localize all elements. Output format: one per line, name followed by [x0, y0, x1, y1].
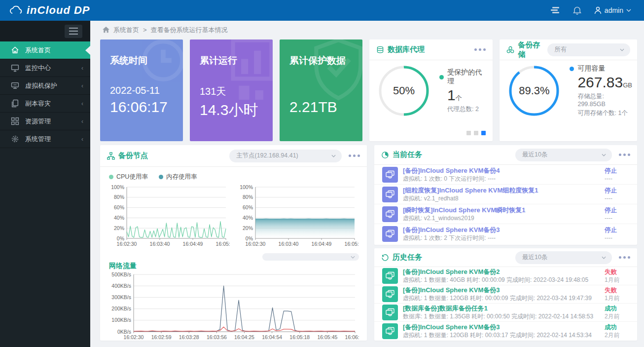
- menu-toggle-icon[interactable]: [65, 25, 82, 38]
- history-tasks-filter[interactable]: 最近10条: [515, 251, 612, 264]
- db-agent-legend: 受保护的代理: [447, 68, 488, 86]
- vm-task-icon: [382, 167, 398, 183]
- sidebar-item-system-mgmt[interactable]: 系统管理 ‹: [0, 130, 90, 148]
- sidebar-item-vm-protect[interactable]: 虚拟机保护 ‹: [0, 77, 90, 95]
- card-protected-data: 累计保护数据 2.21TB: [280, 39, 362, 141]
- vm-task-icon: [382, 268, 398, 284]
- sidebar-item-label: 监控中心: [25, 64, 51, 73]
- sidebar-item-replica-dr[interactable]: 副本容灾 ‹: [0, 95, 90, 113]
- more-icon[interactable]: [349, 154, 360, 157]
- task-title[interactable]: [细粒度恢复]InCloud Sphere KVM细粒度恢复1: [403, 187, 538, 194]
- task-title[interactable]: [瞬时恢复]InCloud Sphere KVM瞬时恢复1: [403, 206, 525, 214]
- sidebar-item-home[interactable]: 系统首页: [0, 41, 90, 59]
- task-time: 2月前: [605, 332, 620, 339]
- chevron-left-icon: ‹: [81, 118, 83, 125]
- task-row[interactable]: [备份]InCloud Sphere KVM备份4虚拟机: 1 次数: 0 下次…: [374, 165, 637, 185]
- more-icon[interactable]: [474, 48, 486, 51]
- svg-text:60%: 60%: [114, 204, 124, 210]
- task-status: 失败: [605, 287, 617, 294]
- db-agent-donut: 50%: [377, 64, 430, 117]
- legend-cpu-label: CPU使用率: [116, 173, 148, 181]
- task-title[interactable]: [备份]InCloud Sphere KVM备份3: [403, 323, 500, 331]
- carousel-dot-active[interactable]: [481, 131, 486, 135]
- legend-dot: [439, 75, 444, 79]
- server-rack-icon[interactable]: [550, 6, 560, 14]
- svg-text:0%: 0%: [117, 235, 124, 241]
- task-title[interactable]: [备份]InCloud Sphere KVM备份4: [403, 167, 500, 174]
- main-content: 系统首页 > 查看备份系统运行基本情况 系统时间 2022-05-11 16:0…: [90, 21, 644, 347]
- task-time: 1月前: [605, 295, 620, 302]
- task-status: 失败: [605, 269, 617, 275]
- bell-icon[interactable]: [573, 6, 581, 15]
- storage-filter-select[interactable]: 所有: [547, 43, 630, 56]
- task-title[interactable]: [数据库备份]数据库备份任务1: [403, 305, 488, 312]
- legend-dot: [570, 67, 574, 71]
- sidebar-top: [0, 21, 90, 41]
- task-row[interactable]: [数据库备份]数据库备份任务1数据库: 1 数据量: 1.35GB 耗时: 00…: [374, 304, 637, 322]
- task-title[interactable]: [备份]InCloud Sphere KVM备份3: [403, 286, 500, 294]
- sidebar-item-label: 虚拟机保护: [25, 81, 57, 90]
- card-uptime: 累计运行 131天 14.3小时: [190, 39, 273, 141]
- home-icon: [103, 27, 109, 33]
- task-row[interactable]: [备份]InCloud Sphere KVM备份3虚拟机: 1 数据量: 120…: [374, 285, 637, 304]
- carousel-dot[interactable]: [466, 131, 471, 135]
- svg-text:100KB/s: 100KB/s: [111, 317, 131, 323]
- task-status: 停止: [605, 227, 617, 233]
- user-menu[interactable]: admin: [594, 6, 631, 14]
- task-row[interactable]: [备份]InCloud Sphere KVM备份2虚拟机: 1 数据量: 40G…: [374, 267, 637, 285]
- history-icon: [381, 254, 389, 262]
- task-subtitle: 虚拟机: 1 数据量: 120GB 耗时: 00:00:09 完成时间: 202…: [403, 295, 592, 302]
- monitor-icon: [11, 64, 19, 72]
- task-subtitle: 数据库: 1 数据量: 1.35GB 耗时: 00:00:50 完成时间: 20…: [403, 313, 593, 320]
- panel-db-agent: 数据库代理 50% 受保护的代理 1个 代理总数: 2: [369, 39, 493, 141]
- network-traffic-chart: 500KB/s400KB/s300KB/s200KB/s100KB/s0KB/s…: [108, 271, 359, 344]
- user-icon: [594, 6, 602, 14]
- svg-text:16:05:18: 16:05:18: [289, 334, 310, 340]
- storage-total: 存储总量: 299.85GB: [577, 92, 632, 108]
- svg-text:200KB/s: 200KB/s: [111, 306, 131, 311]
- task-title[interactable]: [备份]InCloud Sphere KVM备份3: [403, 226, 500, 233]
- legend-dot-memory: [159, 175, 163, 179]
- storage-filter-value: 所有: [554, 45, 567, 54]
- sidebar-item-monitor-center[interactable]: 监控中心 ‹: [0, 59, 90, 77]
- task-row[interactable]: [细粒度恢复]InCloud Sphere KVM细粒度恢复1虚拟机: v2.1…: [374, 185, 637, 204]
- network-traffic-title: 网络流量: [109, 262, 359, 270]
- card-value-hours: 14.3小时: [200, 100, 273, 120]
- cpu-usage-chart: 100%80%60%40%20%0%16:02:3016:03:4016:04:…: [108, 184, 230, 250]
- storage-capacity: 267.83: [577, 74, 623, 90]
- current-tasks-filter[interactable]: 最近10条: [515, 149, 612, 161]
- carousel-dot[interactable]: [474, 131, 478, 135]
- grid-icon: [11, 117, 19, 125]
- network-interface-select[interactable]: [262, 253, 359, 261]
- breadcrumb-home[interactable]: 系统首页: [113, 26, 139, 35]
- history-tasks-filter-value: 最近10条: [522, 253, 547, 262]
- database-icon: [376, 46, 384, 54]
- task-time: ----: [605, 175, 612, 182]
- panel-title: 历史任务: [393, 253, 422, 262]
- svg-text:100%: 100%: [240, 184, 253, 190]
- more-icon[interactable]: [619, 256, 630, 259]
- svg-text:0KB/s: 0KB/s: [117, 329, 131, 335]
- svg-text:40%: 40%: [243, 215, 253, 221]
- chevron-left-icon: ‹: [81, 136, 83, 143]
- task-row[interactable]: [备份]InCloud Sphere KVM备份3虚拟机: 1 次数: 2 下次…: [374, 224, 637, 244]
- svg-text:40%: 40%: [114, 215, 124, 221]
- node-selector-value: 主节点(192.168.94.41): [236, 152, 298, 160]
- chevron-down-icon: [612, 48, 624, 51]
- card-title: 累计运行: [200, 54, 273, 67]
- storage-donut: 89.3%: [507, 64, 561, 117]
- sidebar-item-resource-mgmt[interactable]: 资源管理 ‹: [0, 113, 90, 130]
- task-row[interactable]: [备份]InCloud Sphere KVM备份3虚拟机: 1 数据量: 120…: [374, 322, 637, 340]
- panel-title: 数据库代理: [388, 45, 425, 54]
- card-value-time: 16:06:17: [110, 99, 183, 116]
- card-title: 系统时间: [110, 54, 183, 67]
- node-selector[interactable]: 主节点(192.168.94.41): [229, 150, 342, 162]
- svg-text:300KB/s: 300KB/s: [111, 294, 131, 300]
- more-icon[interactable]: [619, 154, 630, 156]
- db-agent-total: 代理总数: 2: [447, 105, 488, 114]
- breadcrumb: 系统首页 > 查看备份系统运行基本情况: [90, 21, 644, 39]
- sidebar-item-label: 系统首页: [25, 46, 51, 55]
- task-subtitle: 虚拟机: 1 数据量: 40GB 耗时: 00:00:09 完成时间: 2022…: [403, 276, 588, 283]
- task-title[interactable]: [备份]InCloud Sphere KVM备份2: [403, 268, 500, 275]
- task-row[interactable]: [瞬时恢复]InCloud Sphere KVM瞬时恢复1虚拟机: v2.1_w…: [374, 204, 637, 224]
